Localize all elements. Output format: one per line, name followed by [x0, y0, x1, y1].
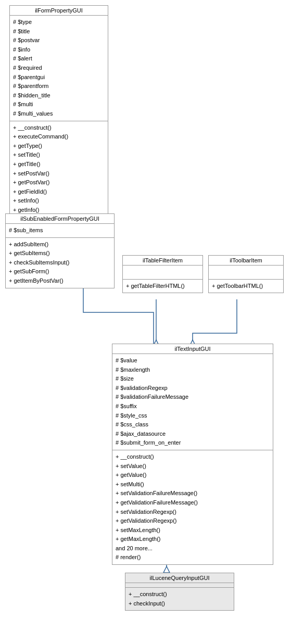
fields-ilLuceneQueryInputGUI: [125, 583, 234, 588]
method-item: + __construct(): [116, 452, 270, 462]
method-item: + setValidationFailureMessage(): [116, 489, 270, 498]
box-title-ilSubEnabledFormPropertyGUI: ilSubEnabledFormPropertyGUI: [6, 214, 114, 224]
box-title-ilToolbarItem: ilToolbarItem: [209, 256, 283, 266]
diagram-container: ilFormPropertyGUI # $type # $title # $po…: [0, 0, 304, 644]
box-ilFormPropertyGUI: ilFormPropertyGUI # $type # $title # $po…: [9, 5, 108, 245]
method-item: + executeCommand(): [13, 132, 105, 142]
method-item: + getPostVar(): [13, 178, 105, 187]
field-item: # $size: [116, 374, 270, 384]
box-ilTextInputGUI: ilTextInputGUI # $value # $maxlength # $…: [112, 344, 273, 565]
method-item: + getFieldId(): [13, 187, 105, 197]
box-title-ilFormPropertyGUI: ilFormPropertyGUI: [10, 6, 108, 16]
methods-ilLuceneQueryInputGUI: + __construct() + checkInput(): [125, 588, 234, 610]
field-item: # $submit_form_on_enter: [116, 438, 270, 448]
field-item: # $info: [13, 45, 105, 55]
field-item: # $maxlength: [116, 365, 270, 375]
fields-ilToolbarItem: [209, 266, 283, 280]
field-item: # $css_class: [116, 420, 270, 430]
field-item: # $type: [13, 18, 105, 27]
method-item: + checkSubItemsInput(): [9, 258, 111, 268]
box-title-ilLuceneQueryInputGUI: ilLuceneQueryInputGUI: [125, 573, 234, 583]
box-title-ilTableFilterItem: ilTableFilterItem: [123, 256, 202, 266]
method-item: + __construct(): [129, 590, 231, 599]
field-item: # $hidden_title: [13, 91, 105, 100]
field-item: # $multi_values: [13, 109, 105, 119]
method-item: + addSubItem(): [9, 240, 111, 249]
method-item: + checkInput(): [129, 599, 231, 609]
method-item: + getMaxLength(): [116, 535, 270, 544]
method-item: and 20 more...: [116, 544, 270, 553]
fields-ilTableFilterItem: [123, 266, 202, 280]
field-item: # $required: [13, 64, 105, 73]
fields-ilFormPropertyGUI: # $type # $title # $postvar # $info # $a…: [10, 16, 108, 121]
svg-marker-7: [163, 566, 170, 573]
method-item: + setTitle(): [13, 150, 105, 160]
method-item: + getValidationFailureMessage(): [116, 498, 270, 508]
field-item: # $multi: [13, 100, 105, 109]
method-item: + getType(): [13, 142, 105, 151]
methods-ilTableFilterItem: + getTableFilterHTML(): [123, 280, 202, 293]
method-item: + getSubItems(): [9, 249, 111, 258]
field-item: # $suffix: [116, 402, 270, 411]
method-item: + setMulti(): [116, 480, 270, 489]
field-item: # $value: [116, 356, 270, 365]
field-item: # $parentform: [13, 82, 105, 91]
method-item: + setValue(): [116, 462, 270, 471]
field-item: # $style_css: [116, 411, 270, 421]
method-item: + getTableFilterHTML(): [126, 282, 199, 291]
method-item: + setPostVar(): [13, 169, 105, 179]
method-item: + getToolbarHTML(): [212, 282, 280, 291]
method-item: + getValidationRegexp(): [116, 516, 270, 526]
method-item: + getSubForm(): [9, 267, 111, 276]
method-item: + setMaxLength(): [116, 526, 270, 535]
field-item: # $sub_items: [9, 226, 111, 235]
methods-ilTextInputGUI: + __construct() + setValue() + getValue(…: [112, 450, 273, 564]
method-item: # render(): [116, 553, 270, 562]
box-title-ilTextInputGUI: ilTextInputGUI: [112, 344, 273, 354]
field-item: # $postvar: [13, 36, 105, 45]
methods-ilToolbarItem: + getToolbarHTML(): [209, 280, 283, 293]
method-item: + setInfo(): [13, 196, 105, 206]
fields-ilTextInputGUI: # $value # $maxlength # $size # $validat…: [112, 354, 273, 450]
box-ilLuceneQueryInputGUI: ilLuceneQueryInputGUI + __construct() + …: [125, 573, 234, 611]
fields-ilSubEnabledFormPropertyGUI: # $sub_items: [6, 224, 114, 238]
box-ilSubEnabledFormPropertyGUI: ilSubEnabledFormPropertyGUI # $sub_items…: [5, 213, 115, 288]
field-item: # $title: [13, 27, 105, 36]
field-item: # $alert: [13, 54, 105, 64]
field-item: # $ajax_datasource: [116, 430, 270, 439]
method-item: + getItemByPostVar(): [9, 276, 111, 286]
field-item: # $validationRegexp: [116, 384, 270, 393]
box-ilTableFilterItem: ilTableFilterItem + getTableFilterHTML(): [122, 255, 203, 293]
method-item: + __construct(): [13, 123, 105, 133]
box-ilToolbarItem: ilToolbarItem + getToolbarHTML(): [208, 255, 284, 293]
method-item: + getTitle(): [13, 160, 105, 169]
field-item: # $parentgui: [13, 73, 105, 82]
methods-ilSubEnabledFormPropertyGUI: + addSubItem() + getSubItems() + checkSu…: [6, 238, 114, 288]
method-item: + getValue(): [116, 471, 270, 480]
field-item: # $validationFailureMessage: [116, 393, 270, 402]
method-item: + setValidationRegexp(): [116, 508, 270, 517]
